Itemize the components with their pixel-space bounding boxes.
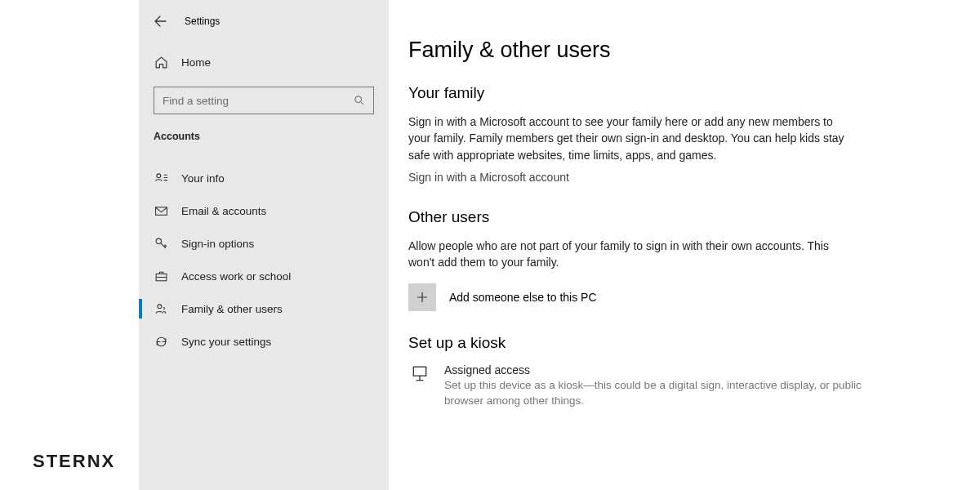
sync-icon	[154, 334, 168, 349]
brand-logo: STERNX	[33, 451, 115, 472]
search-field[interactable]	[163, 95, 350, 107]
sidebar-item-label: Your info	[181, 172, 225, 185]
kiosk-heading: Set up a kiosk	[408, 334, 960, 352]
assigned-access-title: Assigned access	[444, 363, 866, 376]
other-users-heading: Other users	[408, 208, 960, 226]
signin-ms-account-link[interactable]: Sign in with a Microsoft account	[408, 171, 569, 184]
svg-point-5	[157, 304, 161, 308]
search-icon	[354, 95, 365, 106]
sidebar-item-access-work[interactable]: Access work or school	[139, 260, 389, 292]
add-user-button[interactable]: Add someone else to this PC	[408, 283, 960, 311]
briefcase-icon	[154, 269, 168, 283]
sidebar-item-label: Sign-in options	[181, 238, 254, 250]
add-user-label: Add someone else to this PC	[449, 291, 597, 304]
back-icon[interactable]	[154, 15, 167, 28]
sidebar-item-sync-settings[interactable]: Sync your settings	[139, 325, 389, 358]
sidebar-item-your-info[interactable]: Your info	[139, 162, 389, 194]
home-icon	[154, 55, 168, 69]
key-icon	[154, 236, 168, 251]
nav-home-label: Home	[181, 56, 211, 69]
assigned-access-item[interactable]: Assigned access Set up this device as a …	[408, 363, 866, 409]
kiosk-icon	[408, 363, 431, 409]
nav-home[interactable]: Home	[139, 46, 389, 78]
sidebar-item-signin-options[interactable]: Sign-in options	[139, 227, 389, 260]
window-title: Settings	[185, 16, 220, 27]
people-icon	[154, 301, 168, 316]
svg-rect-6	[413, 368, 425, 376]
plus-icon	[408, 283, 436, 311]
sidebar-section-label: Accounts	[139, 119, 389, 150]
search-input[interactable]	[154, 87, 374, 114]
sidebar-item-label: Email & accounts	[181, 205, 266, 217]
your-family-heading: Your family	[408, 84, 960, 102]
your-family-desc: Sign in with a Microsoft account to see …	[408, 114, 849, 163]
page-title: Family & other users	[408, 38, 960, 63]
svg-point-0	[355, 96, 362, 103]
svg-point-1	[156, 173, 160, 177]
sidebar: Settings Home Accounts Your info	[139, 0, 389, 490]
sidebar-item-label: Family & other users	[181, 303, 283, 315]
sidebar-item-family-users[interactable]: Family & other users	[139, 292, 389, 325]
other-users-desc: Allow people who are not part of your fa…	[408, 238, 849, 271]
sidebar-item-label: Access work or school	[181, 270, 291, 283]
sidebar-item-email-accounts[interactable]: Email & accounts	[139, 194, 389, 227]
svg-rect-2	[155, 207, 167, 215]
user-card-icon	[154, 171, 168, 185]
sidebar-item-label: Sync your settings	[181, 336, 271, 348]
main-content: Family & other users Your family Sign in…	[389, 0, 980, 490]
assigned-access-desc: Set up this device as a kiosk—this could…	[444, 378, 866, 409]
mail-icon	[154, 203, 168, 218]
